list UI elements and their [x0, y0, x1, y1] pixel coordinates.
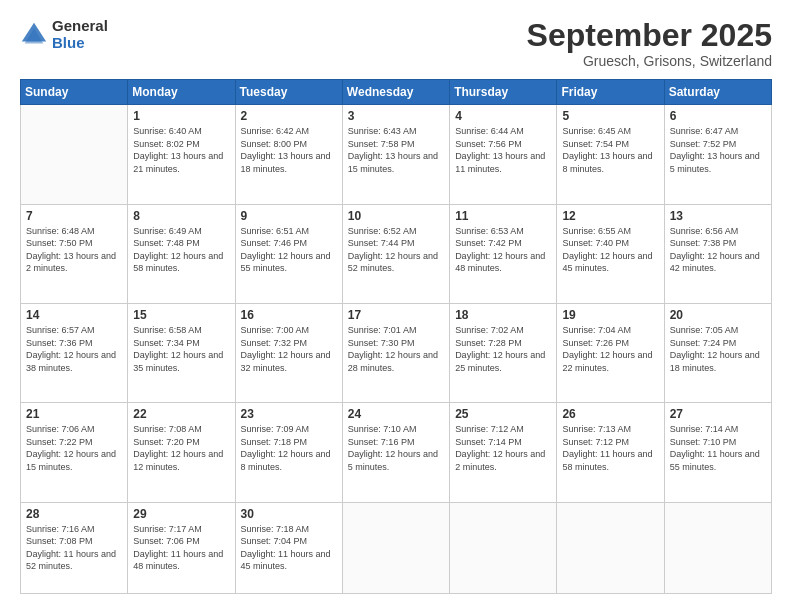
day-info: Sunrise: 7:06 AM Sunset: 7:22 PM Dayligh…	[26, 423, 122, 473]
logo-icon	[20, 21, 48, 49]
calendar-cell: 2Sunrise: 6:42 AM Sunset: 8:00 PM Daylig…	[235, 105, 342, 204]
calendar-cell: 5Sunrise: 6:45 AM Sunset: 7:54 PM Daylig…	[557, 105, 664, 204]
day-info: Sunrise: 7:17 AM Sunset: 7:06 PM Dayligh…	[133, 523, 229, 573]
logo-text: General Blue	[52, 18, 108, 51]
day-info: Sunrise: 7:05 AM Sunset: 7:24 PM Dayligh…	[670, 324, 766, 374]
week-row-2: 7Sunrise: 6:48 AM Sunset: 7:50 PM Daylig…	[21, 204, 772, 303]
calendar-cell: 1Sunrise: 6:40 AM Sunset: 8:02 PM Daylig…	[128, 105, 235, 204]
day-info: Sunrise: 7:01 AM Sunset: 7:30 PM Dayligh…	[348, 324, 444, 374]
day-number: 15	[133, 308, 229, 322]
calendar-cell: 7Sunrise: 6:48 AM Sunset: 7:50 PM Daylig…	[21, 204, 128, 303]
calendar-cell: 24Sunrise: 7:10 AM Sunset: 7:16 PM Dayli…	[342, 403, 449, 502]
calendar-cell: 12Sunrise: 6:55 AM Sunset: 7:40 PM Dayli…	[557, 204, 664, 303]
day-info: Sunrise: 6:45 AM Sunset: 7:54 PM Dayligh…	[562, 125, 658, 175]
calendar-cell: 17Sunrise: 7:01 AM Sunset: 7:30 PM Dayli…	[342, 303, 449, 402]
day-number: 22	[133, 407, 229, 421]
calendar-cell: 26Sunrise: 7:13 AM Sunset: 7:12 PM Dayli…	[557, 403, 664, 502]
calendar-cell: 10Sunrise: 6:52 AM Sunset: 7:44 PM Dayli…	[342, 204, 449, 303]
day-info: Sunrise: 7:16 AM Sunset: 7:08 PM Dayligh…	[26, 523, 122, 573]
calendar-cell	[664, 502, 771, 593]
calendar-table: SundayMondayTuesdayWednesdayThursdayFrid…	[20, 79, 772, 594]
calendar-cell: 8Sunrise: 6:49 AM Sunset: 7:48 PM Daylig…	[128, 204, 235, 303]
calendar-cell: 23Sunrise: 7:09 AM Sunset: 7:18 PM Dayli…	[235, 403, 342, 502]
day-number: 19	[562, 308, 658, 322]
day-number: 21	[26, 407, 122, 421]
week-row-3: 14Sunrise: 6:57 AM Sunset: 7:36 PM Dayli…	[21, 303, 772, 402]
day-number: 3	[348, 109, 444, 123]
day-header-sunday: Sunday	[21, 80, 128, 105]
title-block: September 2025 Gruesch, Grisons, Switzer…	[527, 18, 772, 69]
day-info: Sunrise: 6:52 AM Sunset: 7:44 PM Dayligh…	[348, 225, 444, 275]
calendar-cell: 9Sunrise: 6:51 AM Sunset: 7:46 PM Daylig…	[235, 204, 342, 303]
day-number: 6	[670, 109, 766, 123]
calendar-cell: 18Sunrise: 7:02 AM Sunset: 7:28 PM Dayli…	[450, 303, 557, 402]
calendar-cell: 13Sunrise: 6:56 AM Sunset: 7:38 PM Dayli…	[664, 204, 771, 303]
day-info: Sunrise: 6:56 AM Sunset: 7:38 PM Dayligh…	[670, 225, 766, 275]
day-info: Sunrise: 6:53 AM Sunset: 7:42 PM Dayligh…	[455, 225, 551, 275]
logo-general: General	[52, 18, 108, 35]
calendar-cell	[342, 502, 449, 593]
day-number: 8	[133, 209, 229, 223]
month-title: September 2025	[527, 18, 772, 53]
calendar-cell: 22Sunrise: 7:08 AM Sunset: 7:20 PM Dayli…	[128, 403, 235, 502]
day-info: Sunrise: 7:13 AM Sunset: 7:12 PM Dayligh…	[562, 423, 658, 473]
location-subtitle: Gruesch, Grisons, Switzerland	[527, 53, 772, 69]
day-info: Sunrise: 6:55 AM Sunset: 7:40 PM Dayligh…	[562, 225, 658, 275]
calendar-cell: 20Sunrise: 7:05 AM Sunset: 7:24 PM Dayli…	[664, 303, 771, 402]
day-number: 20	[670, 308, 766, 322]
calendar-cell: 21Sunrise: 7:06 AM Sunset: 7:22 PM Dayli…	[21, 403, 128, 502]
day-number: 9	[241, 209, 337, 223]
calendar-cell: 30Sunrise: 7:18 AM Sunset: 7:04 PM Dayli…	[235, 502, 342, 593]
calendar-cell	[450, 502, 557, 593]
calendar-cell: 3Sunrise: 6:43 AM Sunset: 7:58 PM Daylig…	[342, 105, 449, 204]
day-number: 4	[455, 109, 551, 123]
day-info: Sunrise: 6:48 AM Sunset: 7:50 PM Dayligh…	[26, 225, 122, 275]
day-info: Sunrise: 6:43 AM Sunset: 7:58 PM Dayligh…	[348, 125, 444, 175]
week-row-1: 1Sunrise: 6:40 AM Sunset: 8:02 PM Daylig…	[21, 105, 772, 204]
day-header-tuesday: Tuesday	[235, 80, 342, 105]
calendar-cell	[557, 502, 664, 593]
day-number: 18	[455, 308, 551, 322]
day-number: 1	[133, 109, 229, 123]
calendar-cell: 25Sunrise: 7:12 AM Sunset: 7:14 PM Dayli…	[450, 403, 557, 502]
week-row-5: 28Sunrise: 7:16 AM Sunset: 7:08 PM Dayli…	[21, 502, 772, 593]
day-info: Sunrise: 6:58 AM Sunset: 7:34 PM Dayligh…	[133, 324, 229, 374]
day-info: Sunrise: 7:09 AM Sunset: 7:18 PM Dayligh…	[241, 423, 337, 473]
calendar-cell: 11Sunrise: 6:53 AM Sunset: 7:42 PM Dayli…	[450, 204, 557, 303]
day-info: Sunrise: 7:04 AM Sunset: 7:26 PM Dayligh…	[562, 324, 658, 374]
calendar-cell: 19Sunrise: 7:04 AM Sunset: 7:26 PM Dayli…	[557, 303, 664, 402]
calendar-cell: 28Sunrise: 7:16 AM Sunset: 7:08 PM Dayli…	[21, 502, 128, 593]
day-info: Sunrise: 7:12 AM Sunset: 7:14 PM Dayligh…	[455, 423, 551, 473]
day-number: 23	[241, 407, 337, 421]
day-info: Sunrise: 7:00 AM Sunset: 7:32 PM Dayligh…	[241, 324, 337, 374]
logo-blue: Blue	[52, 35, 108, 52]
day-info: Sunrise: 6:49 AM Sunset: 7:48 PM Dayligh…	[133, 225, 229, 275]
week-row-4: 21Sunrise: 7:06 AM Sunset: 7:22 PM Dayli…	[21, 403, 772, 502]
day-info: Sunrise: 7:10 AM Sunset: 7:16 PM Dayligh…	[348, 423, 444, 473]
day-number: 29	[133, 507, 229, 521]
page: General Blue September 2025 Gruesch, Gri…	[0, 0, 792, 612]
calendar-cell: 14Sunrise: 6:57 AM Sunset: 7:36 PM Dayli…	[21, 303, 128, 402]
day-number: 5	[562, 109, 658, 123]
day-number: 14	[26, 308, 122, 322]
day-number: 10	[348, 209, 444, 223]
calendar-cell: 15Sunrise: 6:58 AM Sunset: 7:34 PM Dayli…	[128, 303, 235, 402]
day-info: Sunrise: 7:14 AM Sunset: 7:10 PM Dayligh…	[670, 423, 766, 473]
day-number: 24	[348, 407, 444, 421]
day-header-friday: Friday	[557, 80, 664, 105]
day-header-monday: Monday	[128, 80, 235, 105]
day-number: 30	[241, 507, 337, 521]
day-info: Sunrise: 6:42 AM Sunset: 8:00 PM Dayligh…	[241, 125, 337, 175]
day-info: Sunrise: 6:44 AM Sunset: 7:56 PM Dayligh…	[455, 125, 551, 175]
day-number: 27	[670, 407, 766, 421]
day-number: 7	[26, 209, 122, 223]
day-info: Sunrise: 7:08 AM Sunset: 7:20 PM Dayligh…	[133, 423, 229, 473]
calendar-cell	[21, 105, 128, 204]
day-header-wednesday: Wednesday	[342, 80, 449, 105]
day-number: 13	[670, 209, 766, 223]
calendar-cell: 16Sunrise: 7:00 AM Sunset: 7:32 PM Dayli…	[235, 303, 342, 402]
calendar-header-row: SundayMondayTuesdayWednesdayThursdayFrid…	[21, 80, 772, 105]
day-number: 17	[348, 308, 444, 322]
day-info: Sunrise: 6:51 AM Sunset: 7:46 PM Dayligh…	[241, 225, 337, 275]
calendar-cell: 6Sunrise: 6:47 AM Sunset: 7:52 PM Daylig…	[664, 105, 771, 204]
